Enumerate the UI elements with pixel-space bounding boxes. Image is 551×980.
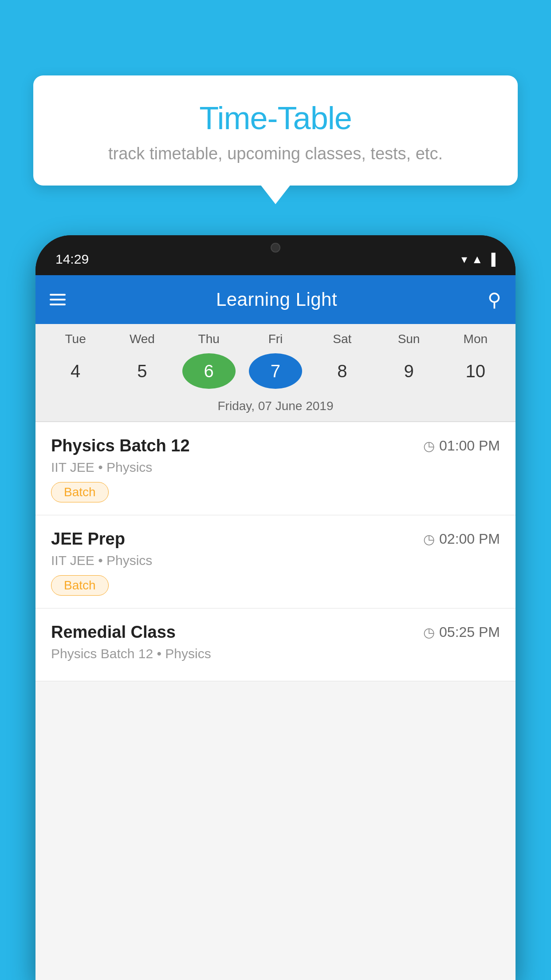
day-number-8[interactable]: 8 — [315, 353, 369, 389]
schedule-item-3-header: Remedial Class ◷ 05:25 PM — [51, 623, 500, 642]
day-number-4[interactable]: 4 — [49, 353, 102, 389]
schedule-item-1-title: Physics Batch 12 — [51, 436, 190, 455]
day-name-sun[interactable]: Sun — [382, 332, 436, 346]
day-number-5[interactable]: 5 — [115, 353, 169, 389]
battery-icon: ▐ — [488, 253, 496, 266]
clock-icon-1: ◷ — [423, 438, 435, 454]
tooltip-subtitle: track timetable, upcoming classes, tests… — [60, 144, 491, 163]
hamburger-menu-button[interactable] — [50, 294, 66, 305]
clock-icon-2: ◷ — [423, 531, 435, 547]
schedule-item-3-time: ◷ 05:25 PM — [423, 624, 500, 640]
status-icons: ▾ ▲ ▐ — [461, 253, 496, 266]
schedule-item-2-title: JEE Prep — [51, 530, 125, 549]
day-number-9[interactable]: 9 — [382, 353, 436, 389]
schedule-item-2-subtitle: IIT JEE • Physics — [51, 553, 500, 568]
schedule-item-1-header: Physics Batch 12 ◷ 01:00 PM — [51, 436, 500, 455]
signal-icon: ▲ — [472, 253, 483, 266]
day-name-mon[interactable]: Mon — [449, 332, 502, 346]
camera-dot — [271, 243, 280, 253]
schedule-list: Physics Batch 12 ◷ 01:00 PM IIT JEE • Ph… — [35, 422, 516, 681]
schedule-item-2-header: JEE Prep ◷ 02:00 PM — [51, 530, 500, 549]
schedule-item-3-subtitle: Physics Batch 12 • Physics — [51, 646, 500, 661]
tooltip-card: Time-Table track timetable, upcoming cla… — [33, 75, 518, 186]
clock-icon-3: ◷ — [423, 624, 435, 640]
schedule-item-1-badge: Batch — [51, 482, 109, 502]
day-number-10[interactable]: 10 — [449, 353, 502, 389]
day-name-sat[interactable]: Sat — [315, 332, 369, 346]
status-time: 14:29 — [55, 252, 89, 267]
day-number-7-selected[interactable]: 7 — [249, 353, 302, 389]
schedule-item-2-time-value: 02:00 PM — [439, 531, 500, 547]
schedule-item-1-subtitle: IIT JEE • Physics — [51, 460, 500, 475]
app-title: Learning Light — [216, 289, 337, 310]
phone-screen: Learning Light ⚲ Tue Wed Thu Fri Sat Sun… — [35, 275, 516, 980]
day-number-6-today[interactable]: 6 — [182, 353, 236, 389]
day-name-thu[interactable]: Thu — [182, 332, 236, 346]
app-header: Learning Light ⚲ — [35, 275, 516, 324]
wifi-icon: ▾ — [461, 253, 467, 266]
day-name-fri[interactable]: Fri — [249, 332, 302, 346]
phone-frame: 14:29 ▾ ▲ ▐ Learning Light ⚲ Tue Wed — [35, 235, 516, 980]
calendar-week: Tue Wed Thu Fri Sat Sun Mon 4 5 6 7 8 9 … — [35, 324, 516, 421]
schedule-item-1-time: ◷ 01:00 PM — [423, 438, 500, 454]
schedule-item-2-time: ◷ 02:00 PM — [423, 531, 500, 547]
day-name-tue[interactable]: Tue — [49, 332, 102, 346]
schedule-item-2-badge: Batch — [51, 575, 109, 596]
schedule-item-3[interactable]: Remedial Class ◷ 05:25 PM Physics Batch … — [35, 609, 516, 681]
tooltip-title: Time-Table — [60, 100, 491, 136]
day-numbers-row: 4 5 6 7 8 9 10 — [40, 350, 511, 397]
day-name-wed[interactable]: Wed — [115, 332, 169, 346]
schedule-item-1-time-value: 01:00 PM — [439, 438, 500, 454]
phone-notch-area: 14:29 ▾ ▲ ▐ — [35, 235, 516, 275]
schedule-item-2[interactable]: JEE Prep ◷ 02:00 PM IIT JEE • Physics Ba… — [35, 515, 516, 609]
day-names-row: Tue Wed Thu Fri Sat Sun Mon — [40, 324, 511, 350]
selected-date-label: Friday, 07 June 2019 — [40, 397, 511, 421]
search-icon[interactable]: ⚲ — [488, 289, 501, 311]
schedule-item-3-time-value: 05:25 PM — [439, 624, 500, 640]
schedule-item-1[interactable]: Physics Batch 12 ◷ 01:00 PM IIT JEE • Ph… — [35, 422, 516, 515]
phone-notch — [249, 235, 302, 260]
schedule-item-3-title: Remedial Class — [51, 623, 176, 642]
